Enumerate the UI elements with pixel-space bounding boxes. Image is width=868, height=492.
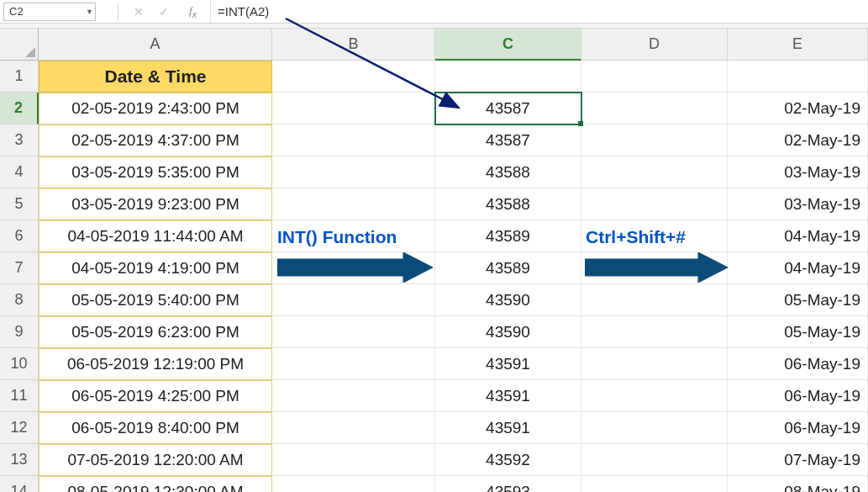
name-box[interactable]: C2 ▼: [3, 3, 96, 21]
cell-empty[interactable]: [581, 220, 728, 252]
cell-int-value[interactable]: 43590: [435, 316, 581, 348]
cell-empty[interactable]: [272, 61, 435, 93]
cell-int-value[interactable]: [435, 61, 581, 93]
formula-text: =INT(A2): [218, 4, 269, 19]
select-all-corner[interactable]: [0, 29, 39, 61]
cell-datetime[interactable]: 02-05-2019 4:37:00 PM: [39, 124, 272, 156]
formula-bar-icons: ✕ ✓ fx: [127, 4, 203, 19]
dropdown-icon[interactable]: ▼: [86, 8, 93, 16]
spreadsheet-grid: ABCDE1Date & Time202-05-2019 2:43:00 PM4…: [0, 29, 868, 492]
cell-datetime[interactable]: 02-05-2019 2:43:00 PM: [39, 93, 272, 124]
cell-empty[interactable]: [581, 156, 728, 188]
row-header[interactable]: 10: [0, 348, 39, 380]
row-header[interactable]: 3: [0, 124, 39, 156]
cell-empty[interactable]: [272, 476, 435, 492]
cell-empty[interactable]: [272, 156, 435, 188]
cell-int-value[interactable]: 43588: [435, 156, 581, 188]
cell-int-value[interactable]: 43589: [435, 220, 581, 252]
row-header[interactable]: 1: [0, 61, 39, 93]
cell-formatted-date[interactable]: 06-May-19: [728, 380, 868, 412]
cell-int-value[interactable]: 43592: [435, 444, 581, 476]
cell-formatted-date[interactable]: 05-May-19: [728, 284, 868, 316]
cell-empty[interactable]: [272, 316, 435, 348]
cell-int-value[interactable]: 43590: [435, 284, 581, 316]
cell-formatted-date[interactable]: 06-May-19: [728, 348, 868, 380]
cell-empty[interactable]: [581, 412, 728, 444]
cell-empty[interactable]: [581, 348, 728, 380]
cell-empty[interactable]: [272, 220, 435, 252]
cell-datetime[interactable]: 06-05-2019 8:40:00 PM: [39, 412, 272, 444]
cell-int-value[interactable]: 43587: [435, 124, 581, 156]
cancel-icon[interactable]: ✕: [134, 6, 144, 18]
cell-empty[interactable]: [272, 252, 435, 284]
cell-formatted-date[interactable]: 08-May-19: [728, 476, 868, 492]
cell-empty[interactable]: [272, 124, 435, 156]
cell-datetime[interactable]: 04-05-2019 11:44:00 AM: [39, 220, 272, 252]
cell-empty[interactable]: [272, 412, 435, 444]
cell-empty[interactable]: [581, 380, 728, 412]
cell-datetime[interactable]: 03-05-2019 5:35:00 PM: [39, 156, 272, 188]
cell-int-value[interactable]: 43589: [435, 252, 581, 284]
cell-int-value[interactable]: 43588: [435, 188, 581, 220]
row-header[interactable]: 12: [0, 412, 39, 444]
cell-datetime[interactable]: 06-05-2019 4:25:00 PM: [39, 380, 272, 412]
cell-datetime[interactable]: 05-05-2019 5:40:00 PM: [39, 284, 272, 316]
cell-empty[interactable]: [581, 61, 728, 93]
row-header[interactable]: 9: [0, 316, 39, 348]
cell-empty[interactable]: [272, 380, 435, 412]
row-header[interactable]: 7: [0, 252, 39, 284]
col-header-b[interactable]: B: [272, 29, 435, 61]
row-header[interactable]: 5: [0, 188, 39, 220]
cell-formatted-date[interactable]: 03-May-19: [728, 156, 868, 188]
cell-formatted-date[interactable]: 03-May-19: [728, 188, 868, 220]
row-header[interactable]: 13: [0, 444, 39, 476]
accept-icon[interactable]: ✓: [159, 6, 169, 18]
cell-empty[interactable]: [581, 93, 728, 124]
cell-empty[interactable]: [272, 188, 435, 220]
cell-empty[interactable]: [272, 284, 435, 316]
column-a-header[interactable]: Date & Time: [39, 61, 272, 93]
cell-empty[interactable]: [581, 284, 728, 316]
col-header-e[interactable]: E: [728, 29, 868, 61]
row-header[interactable]: 14: [0, 476, 39, 492]
cell-empty[interactable]: [581, 188, 728, 220]
row-header[interactable]: 11: [0, 380, 39, 412]
name-box-value: C2: [9, 5, 24, 18]
cell-datetime[interactable]: 04-05-2019 4:19:00 PM: [39, 252, 272, 284]
cell-empty[interactable]: [581, 252, 728, 284]
cell-formatted-date[interactable]: 04-May-19: [728, 220, 868, 252]
cell-formatted-date[interactable]: 02-May-19: [728, 93, 868, 124]
cell-datetime[interactable]: 08-05-2019 12:30:00 AM: [39, 476, 272, 492]
row-header[interactable]: 2: [0, 93, 39, 124]
formula-input[interactable]: =INT(A2): [210, 0, 868, 23]
cell-empty[interactable]: [581, 476, 728, 492]
cell-empty[interactable]: [581, 444, 728, 476]
row-header[interactable]: 6: [0, 220, 39, 252]
cell-int-value[interactable]: 43591: [435, 380, 581, 412]
cell-formatted-date[interactable]: [728, 61, 868, 93]
cell-formatted-date[interactable]: 06-May-19: [728, 412, 868, 444]
cell-datetime[interactable]: 07-05-2019 12:20:00 AM: [39, 444, 272, 476]
cell-empty[interactable]: [581, 316, 728, 348]
cell-empty[interactable]: [272, 444, 435, 476]
cell-formatted-date[interactable]: 05-May-19: [728, 316, 868, 348]
row-header[interactable]: 8: [0, 284, 39, 316]
cell-int-value[interactable]: 43587: [435, 93, 581, 124]
cell-int-value[interactable]: 43593: [435, 476, 581, 492]
fx-icon[interactable]: fx: [189, 4, 197, 19]
cell-int-value[interactable]: 43591: [435, 348, 581, 380]
cell-datetime[interactable]: 03-05-2019 9:23:00 PM: [39, 188, 272, 220]
cell-datetime[interactable]: 05-05-2019 6:23:00 PM: [39, 316, 272, 348]
cell-formatted-date[interactable]: 02-May-19: [728, 124, 868, 156]
cell-empty[interactable]: [581, 124, 728, 156]
cell-formatted-date[interactable]: 07-May-19: [728, 444, 868, 476]
cell-empty[interactable]: [272, 348, 435, 380]
col-header-c[interactable]: C: [435, 29, 581, 61]
cell-empty[interactable]: [272, 93, 435, 124]
cell-datetime[interactable]: 06-05-2019 12:19:00 PM: [39, 348, 272, 380]
col-header-a[interactable]: A: [39, 29, 272, 61]
cell-formatted-date[interactable]: 04-May-19: [728, 252, 868, 284]
row-header[interactable]: 4: [0, 156, 39, 188]
col-header-d[interactable]: D: [581, 29, 728, 61]
cell-int-value[interactable]: 43591: [435, 412, 581, 444]
